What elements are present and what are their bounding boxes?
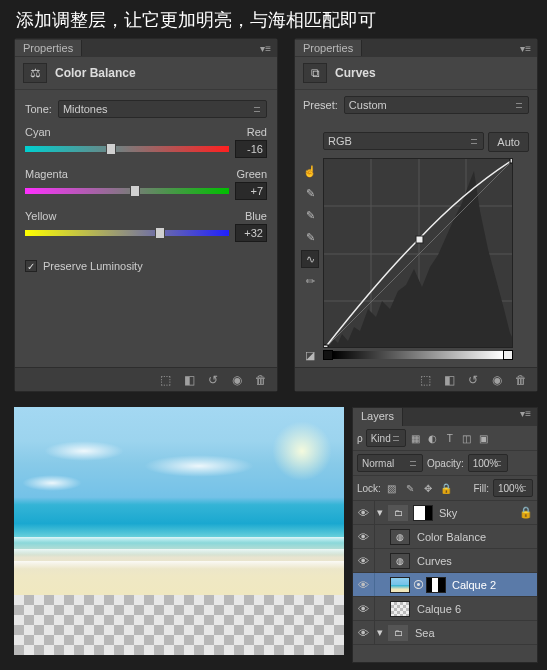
fill-input[interactable]: 100% xyxy=(493,479,533,497)
preserve-luminosity-label: Preserve Luminosity xyxy=(43,260,143,272)
slider-track[interactable] xyxy=(25,188,229,194)
auto-button[interactable]: Auto xyxy=(488,132,529,152)
panel-footer: ⬚ ◧ ↺ ◉ 🗑 xyxy=(15,367,277,391)
black-point-slider[interactable] xyxy=(323,350,333,360)
footer-delete-icon[interactable]: 🗑 xyxy=(251,371,271,389)
visibility-toggle[interactable]: 👁 xyxy=(353,573,375,596)
layer-row[interactable]: 👁◍Color Balance xyxy=(353,525,537,549)
opacity-input[interactable]: 100% xyxy=(468,454,508,472)
wb-clip-icon[interactable]: ◪ xyxy=(301,346,319,364)
slider-track[interactable] xyxy=(25,146,229,152)
layer-name[interactable]: Sky xyxy=(439,507,457,519)
folder-icon: 🗀 xyxy=(388,505,408,521)
visibility-toggle[interactable]: 👁 xyxy=(353,597,375,620)
folder-icon: 🗀 xyxy=(388,625,408,641)
adjustment-icon: ◍ xyxy=(390,529,410,545)
lock-pixels-icon[interactable]: ✎ xyxy=(403,481,417,495)
visibility-toggle[interactable]: 👁 xyxy=(353,525,375,548)
layer-thumb[interactable] xyxy=(390,601,410,617)
fill-label: Fill: xyxy=(473,483,489,494)
preset-label: Preset: xyxy=(303,99,338,111)
curve-draw-tool-icon[interactable]: ✏ xyxy=(301,272,319,290)
panel-tab-properties[interactable]: Properties xyxy=(295,40,362,56)
panel-layers: Layers ▾≡ ρ Kind ▦ ◐ T ◫ ▣ Normal Opacit… xyxy=(352,407,538,663)
layer-mask-thumb[interactable] xyxy=(413,505,433,521)
slider-right-label: Red xyxy=(247,126,267,138)
footer-clip-icon[interactable]: ⬚ xyxy=(155,371,175,389)
panel-curves: Properties ▾≡ ⧉ Curves Preset: Custom ☝ … xyxy=(294,38,538,392)
layer-name[interactable]: Sea xyxy=(415,627,435,639)
layer-thumb[interactable] xyxy=(390,577,410,593)
visibility-toggle[interactable]: 👁 xyxy=(353,549,375,572)
lock-all-icon[interactable]: 🔒 xyxy=(439,481,453,495)
filter-smart-icon[interactable]: ▣ xyxy=(477,431,491,445)
curves-icon: ⧉ xyxy=(303,63,327,83)
svg-rect-9 xyxy=(510,159,513,163)
slider-handle[interactable] xyxy=(155,227,165,239)
curves-graph[interactable] xyxy=(323,158,513,348)
panel-header: Properties ▾≡ xyxy=(15,39,277,57)
blend-mode-select[interactable]: Normal xyxy=(357,454,423,472)
visibility-toggle[interactable]: 👁 xyxy=(353,501,375,524)
slider-track[interactable] xyxy=(25,230,229,236)
tone-select[interactable]: Midtones xyxy=(58,100,267,118)
layer-row[interactable]: 👁▾🗀Sky🔒 xyxy=(353,501,537,525)
layers-tab[interactable]: Layers xyxy=(353,408,403,426)
tutorial-heading: 添加调整层，让它更加明亮，与海相匹配即可 xyxy=(16,8,376,32)
layer-row[interactable]: 👁▾🗀Sea xyxy=(353,621,537,645)
footer-prev-icon[interactable]: ◧ xyxy=(439,371,459,389)
lock-label: Lock: xyxy=(357,483,381,494)
layer-name[interactable]: Color Balance xyxy=(417,531,486,543)
footer-clip-icon[interactable]: ⬚ xyxy=(415,371,435,389)
layer-row[interactable]: 👁⦿Calque 2 xyxy=(353,573,537,597)
opacity-label: Opacity: xyxy=(427,458,464,469)
filter-adjust-icon[interactable]: ◐ xyxy=(426,431,440,445)
footer-reset-icon[interactable]: ↺ xyxy=(203,371,223,389)
svg-rect-8 xyxy=(416,236,423,243)
filter-pixel-icon[interactable]: ▦ xyxy=(409,431,423,445)
eyedropper-white-icon[interactable]: ✎ xyxy=(301,228,319,246)
panel-title: Curves xyxy=(335,66,376,80)
layer-mask-thumb[interactable] xyxy=(426,577,446,593)
channel-select[interactable]: RGB xyxy=(323,132,484,150)
preserve-luminosity-checkbox[interactable]: ✓ xyxy=(25,260,37,272)
panel-menu-icon[interactable]: ▾≡ xyxy=(514,43,537,54)
preset-select[interactable]: Custom xyxy=(344,96,529,114)
lock-icon: 🔒 xyxy=(519,506,533,519)
visibility-toggle[interactable]: 👁 xyxy=(353,621,375,644)
layer-row[interactable]: 👁◍Curves xyxy=(353,549,537,573)
slider-left-label: Cyan xyxy=(25,126,51,138)
eyedropper-gray-icon[interactable]: ✎ xyxy=(301,206,319,224)
footer-visibility-icon[interactable]: ◉ xyxy=(227,371,247,389)
lock-position-icon[interactable]: ✥ xyxy=(421,481,435,495)
tone-label: Tone: xyxy=(25,103,52,115)
slider-handle[interactable] xyxy=(106,143,116,155)
curve-point-tool-icon[interactable]: ∿ xyxy=(301,250,319,268)
layer-row[interactable]: 👁Calque 6 xyxy=(353,597,537,621)
eyedropper-black-icon[interactable]: ✎ xyxy=(301,184,319,202)
panel-color-balance: Properties ▾≡ ⚖ Color Balance Tone: Midt… xyxy=(14,38,278,392)
slider-value-input[interactable] xyxy=(235,182,267,200)
scrubby-tool-icon[interactable]: ☝ xyxy=(301,162,319,180)
panel-menu-icon[interactable]: ▾≡ xyxy=(514,408,537,426)
layer-name[interactable]: Calque 2 xyxy=(452,579,496,591)
slider-right-label: Green xyxy=(236,168,267,180)
footer-visibility-icon[interactable]: ◉ xyxy=(487,371,507,389)
white-point-slider[interactable] xyxy=(503,350,513,360)
svg-rect-7 xyxy=(324,345,328,348)
filter-shape-icon[interactable]: ◫ xyxy=(460,431,474,445)
panel-menu-icon[interactable]: ▾≡ xyxy=(254,43,277,54)
slider-value-input[interactable] xyxy=(235,140,267,158)
filter-kind-select[interactable]: Kind xyxy=(366,429,406,447)
adjustment-icon: ◍ xyxy=(390,553,410,569)
footer-reset-icon[interactable]: ↺ xyxy=(463,371,483,389)
footer-delete-icon[interactable]: 🗑 xyxy=(511,371,531,389)
layer-name[interactable]: Calque 6 xyxy=(417,603,461,615)
slider-handle[interactable] xyxy=(130,185,140,197)
lock-transparent-icon[interactable]: ▨ xyxy=(385,481,399,495)
footer-prev-icon[interactable]: ◧ xyxy=(179,371,199,389)
filter-type-icon[interactable]: T xyxy=(443,431,457,445)
slider-value-input[interactable] xyxy=(235,224,267,242)
panel-tab-properties[interactable]: Properties xyxy=(15,40,82,56)
layer-name[interactable]: Curves xyxy=(417,555,452,567)
